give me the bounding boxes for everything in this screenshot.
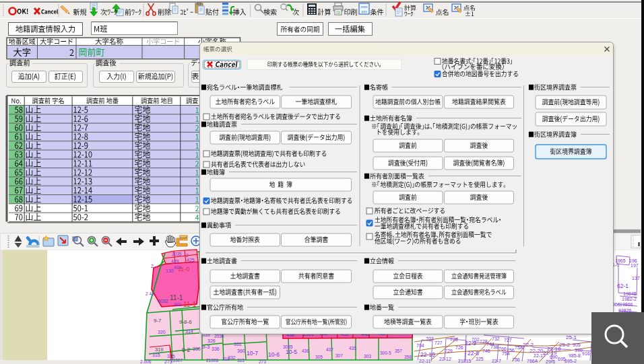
svg-text:25-2: 25-2 bbox=[559, 342, 571, 348]
svg-text:19848: 19848 bbox=[623, 291, 637, 296]
svg-text:690: 690 bbox=[550, 355, 558, 359]
svg-text:130: 130 bbox=[166, 268, 174, 273]
svg-text:2 43: 2 43 bbox=[146, 291, 154, 296]
svg-text:702: 702 bbox=[472, 337, 480, 342]
svg-text:22-2: 22-2 bbox=[523, 342, 534, 348]
svg-text:21006: 21006 bbox=[206, 358, 218, 363]
svg-text:MAP: MAP bbox=[180, 236, 188, 240]
svg-text:21007: 21007 bbox=[170, 358, 183, 363]
svg-text:11-1: 11-1 bbox=[170, 294, 183, 301]
svg-text:318: 318 bbox=[222, 357, 230, 361]
svg-text:137: 137 bbox=[632, 276, 640, 281]
svg-text:703: 703 bbox=[426, 336, 434, 341]
svg-text:9-8-6: 9-8-6 bbox=[179, 319, 192, 325]
svg-text:10-5: 10-5 bbox=[286, 349, 297, 355]
svg-text:9-3: 9-3 bbox=[202, 344, 210, 350]
svg-text:326: 326 bbox=[207, 338, 216, 343]
svg-text:729: 729 bbox=[445, 349, 453, 353]
svg-text:351: 351 bbox=[234, 342, 242, 347]
svg-text:10-7: 10-7 bbox=[247, 350, 258, 357]
svg-text:330: 330 bbox=[193, 347, 201, 351]
svg-text:325: 325 bbox=[476, 357, 484, 361]
svg-text:75A: 75A bbox=[515, 345, 523, 350]
svg-text:766A: 766A bbox=[527, 359, 538, 363]
svg-text:357: 357 bbox=[395, 349, 402, 353]
svg-text:22-7: 22-7 bbox=[492, 359, 501, 363]
svg-text:197: 197 bbox=[631, 263, 639, 268]
svg-text:19866: 19866 bbox=[620, 302, 633, 307]
svg-text:22-8: 22-8 bbox=[468, 350, 479, 357]
svg-text:cm: cm bbox=[362, 9, 367, 13]
svg-text:315: 315 bbox=[237, 358, 245, 363]
svg-text:25-1: 25-1 bbox=[566, 334, 577, 340]
svg-text:756: 756 bbox=[512, 357, 520, 362]
svg-text:2035: 2035 bbox=[172, 252, 182, 256]
svg-text:22-17: 22-17 bbox=[534, 353, 546, 358]
svg-text:401: 401 bbox=[174, 302, 182, 307]
svg-text:21815: 21815 bbox=[458, 359, 472, 363]
svg-text:726: 726 bbox=[455, 345, 463, 350]
svg-text:62-1: 62-1 bbox=[617, 283, 629, 289]
svg-text:2: 2 bbox=[186, 253, 189, 258]
svg-text:320: 320 bbox=[158, 330, 166, 334]
svg-text:10-6: 10-6 bbox=[268, 351, 280, 358]
svg-text:727: 727 bbox=[434, 340, 443, 345]
svg-text:314: 314 bbox=[185, 329, 193, 334]
svg-text:725: 725 bbox=[450, 337, 458, 342]
svg-text:11-1: 11-1 bbox=[183, 301, 197, 308]
svg-text:22-10: 22-10 bbox=[420, 351, 435, 358]
svg-text:22-11: 22-11 bbox=[419, 359, 430, 363]
svg-text:300-5: 300-5 bbox=[380, 351, 391, 355]
svg-text:732: 732 bbox=[492, 336, 500, 341]
svg-text:319: 319 bbox=[155, 347, 164, 353]
svg-text:428: 428 bbox=[171, 259, 179, 264]
svg-text:2036: 2036 bbox=[214, 334, 224, 338]
svg-text:425: 425 bbox=[187, 258, 195, 262]
svg-text:9-7: 9-7 bbox=[154, 318, 162, 324]
svg-text:435: 435 bbox=[349, 346, 356, 351]
svg-text:360: 360 bbox=[237, 349, 245, 353]
svg-text:29-5: 29-5 bbox=[546, 359, 555, 364]
svg-text:4032: 4032 bbox=[158, 299, 168, 303]
svg-text:2.006: 2.006 bbox=[140, 359, 152, 364]
svg-text:9-2: 9-2 bbox=[182, 347, 191, 353]
svg-text:196: 196 bbox=[629, 258, 637, 263]
svg-text:436: 436 bbox=[302, 349, 309, 353]
svg-text:2: 2 bbox=[151, 264, 154, 268]
svg-text:303: 303 bbox=[364, 354, 371, 359]
svg-text:1982-2: 1982-2 bbox=[622, 297, 637, 301]
svg-text:305: 305 bbox=[315, 355, 323, 359]
svg-text:358: 358 bbox=[404, 355, 412, 359]
svg-text:744: 744 bbox=[486, 342, 494, 347]
svg-text:22-12: 22-12 bbox=[439, 357, 451, 361]
svg-text:11-0: 11-0 bbox=[178, 266, 189, 272]
svg-text:746: 746 bbox=[482, 349, 490, 353]
svg-text:307: 307 bbox=[335, 353, 343, 358]
svg-text:905: 905 bbox=[573, 342, 581, 347]
svg-text:3085: 3085 bbox=[283, 344, 293, 349]
svg-text:336: 336 bbox=[212, 347, 220, 351]
svg-text:273: 273 bbox=[259, 359, 266, 364]
svg-text:437: 437 bbox=[326, 347, 333, 352]
svg-text:727: 727 bbox=[504, 338, 512, 342]
svg-text:mm: mm bbox=[361, 5, 368, 9]
svg-text:916: 916 bbox=[582, 351, 590, 356]
svg-text:766: 766 bbox=[498, 347, 507, 351]
svg-text:754: 754 bbox=[502, 351, 510, 356]
svg-text:315: 315 bbox=[152, 353, 160, 357]
svg-text:704: 704 bbox=[416, 343, 424, 348]
svg-text:985-8: 985-8 bbox=[569, 353, 581, 358]
svg-text:695-2: 695-2 bbox=[565, 359, 577, 363]
